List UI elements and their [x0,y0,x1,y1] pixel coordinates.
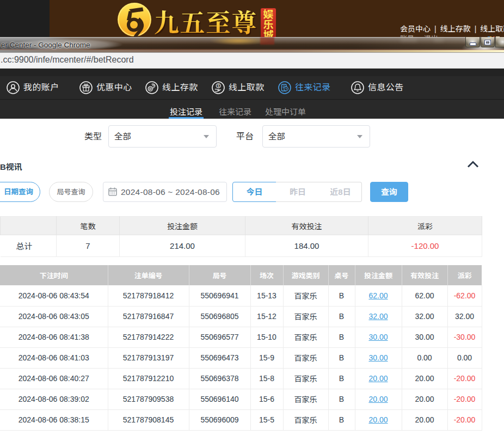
svg-text:$: $ [217,84,219,88]
